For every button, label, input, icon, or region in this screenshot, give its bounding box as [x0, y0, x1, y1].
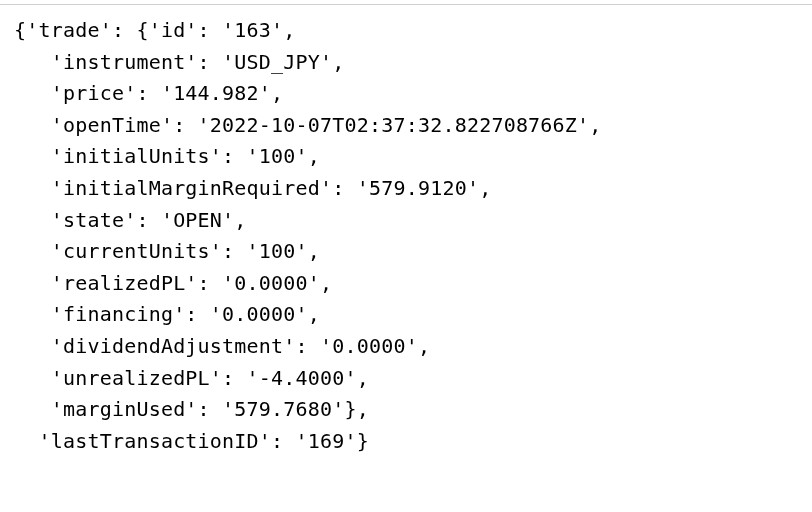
code-line: 'dividendAdjustment': '0.0000', — [14, 334, 430, 358]
code-line: 'state': 'OPEN', — [14, 208, 247, 232]
code-line: 'instrument': 'USD_JPY', — [14, 50, 345, 74]
code-line: 'financing': '0.0000', — [14, 302, 320, 326]
top-divider — [0, 4, 812, 5]
code-line: 'marginUsed': '579.7680'}, — [14, 397, 369, 421]
code-line: 'price': '144.982', — [14, 81, 283, 105]
code-line: 'lastTransactionID': '169'} — [14, 429, 369, 453]
code-line: 'realizedPL': '0.0000', — [14, 271, 332, 295]
code-line: 'openTime': '2022-10-07T02:37:32.8227087… — [14, 113, 602, 137]
code-line: 'currentUnits': '100', — [14, 239, 320, 263]
code-line: 'initialMarginRequired': '579.9120', — [14, 176, 491, 200]
code-line: 'unrealizedPL': '-4.4000', — [14, 366, 369, 390]
code-output: {'trade': {'id': '163', 'instrument': 'U… — [0, 15, 812, 457]
code-line: {'trade': {'id': '163', — [14, 18, 296, 42]
code-line: 'initialUnits': '100', — [14, 144, 320, 168]
